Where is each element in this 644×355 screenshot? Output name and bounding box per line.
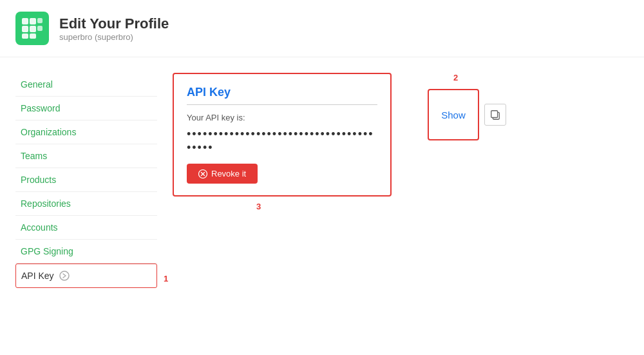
svg-rect-7	[30, 34, 36, 39]
sidebar-item-teams[interactable]: Teams	[15, 144, 157, 168]
revoke-button[interactable]: Revoke it	[187, 164, 258, 184]
svg-rect-0	[22, 18, 28, 24]
sidebar-item-api-key[interactable]: API Key	[15, 264, 157, 288]
show-copy-group: Show	[428, 89, 506, 140]
arrow-right-icon	[59, 271, 70, 281]
header-subtitle: superbro (superbro)	[59, 32, 169, 42]
api-key-label: Your API key is:	[187, 113, 377, 122]
sidebar: General Password Organizations Teams Pro…	[15, 73, 157, 283]
show-button[interactable]: Show	[441, 110, 466, 120]
sidebar-item-repositories[interactable]: Repositories	[15, 192, 157, 216]
copy-button[interactable]	[484, 104, 506, 126]
main-layout: General Password Organizations Teams Pro…	[0, 57, 644, 299]
svg-rect-5	[37, 26, 43, 31]
circle-x-icon	[198, 169, 207, 178]
annotation-3: 3	[256, 202, 261, 211]
right-controls: 2 Show	[428, 73, 506, 140]
sidebar-item-gpg-signing[interactable]: GPG Signing	[15, 240, 157, 264]
sidebar-item-password[interactable]: Password	[15, 97, 157, 120]
svg-rect-4	[30, 26, 36, 32]
svg-rect-13	[491, 111, 498, 118]
sidebar-item-organizations[interactable]: Organizations	[15, 120, 157, 144]
api-key-value: ••••••••••••••••••••••••••••••••••••••••	[187, 128, 377, 155]
sidebar-item-accounts[interactable]: Accounts	[15, 216, 157, 240]
logo	[15, 12, 49, 45]
sidebar-item-general[interactable]: General	[15, 73, 157, 97]
show-box: Show	[428, 89, 479, 140]
content-area: API Key Your API key is: •••••••••••••••…	[157, 73, 629, 283]
api-key-section: API Key Your API key is: •••••••••••••••…	[173, 73, 392, 197]
annotation-2: 2	[453, 73, 458, 82]
svg-rect-2	[37, 18, 43, 23]
logo-icon	[21, 17, 44, 40]
sidebar-item-products[interactable]: Products	[15, 168, 157, 192]
header-text: Edit Your Profile superbro (superbro)	[59, 15, 169, 42]
header: Edit Your Profile superbro (superbro)	[0, 0, 644, 57]
copy-icon	[489, 109, 501, 120]
api-key-title: API Key	[187, 86, 377, 105]
page-title: Edit Your Profile	[59, 15, 169, 32]
svg-rect-1	[30, 18, 36, 24]
svg-point-8	[60, 271, 69, 280]
svg-rect-6	[22, 34, 28, 39]
svg-rect-3	[22, 26, 28, 32]
